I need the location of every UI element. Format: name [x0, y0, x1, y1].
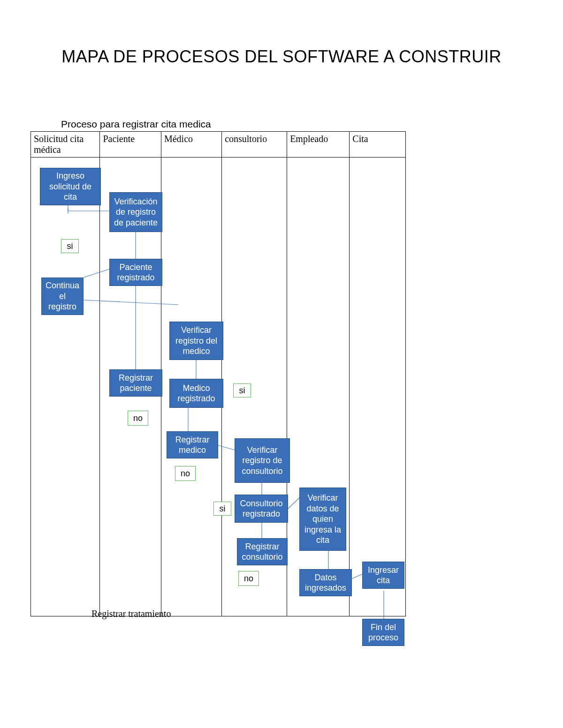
label-si-2: si — [233, 383, 251, 398]
lane-header-solicitud: Solicitud cita médica — [31, 132, 100, 158]
lane-header-cita: Cita — [350, 132, 406, 158]
lane-header-empleado: Empleado — [287, 132, 350, 158]
lane-header-medico: Médico — [161, 132, 221, 158]
label-no-3: no — [238, 571, 259, 586]
label-no-1: no — [128, 411, 148, 426]
lane-body-cita — [350, 158, 406, 616]
box-paciente-registrado: Paciente registrado — [109, 259, 162, 286]
box-continua-registro: Continua el registro — [41, 278, 84, 315]
box-ingresar-cita: Ingresar cita — [362, 562, 404, 589]
box-datos-ingresados: Datos ingresados — [299, 569, 352, 596]
label-no-2: no — [175, 466, 196, 481]
lane-body-solicitud — [31, 158, 100, 616]
box-verificacion-paciente: Verificación de registro de paciente — [109, 192, 162, 232]
box-verificar-consultorio: Verificar registro de consultorio — [235, 438, 290, 483]
swimlane-header-row: Solicitud cita médica Paciente Médico co… — [31, 132, 406, 158]
box-ingreso-solicitud: Ingreso solicitud de cita — [40, 168, 101, 205]
box-registrar-paciente: Registrar paciente — [109, 369, 162, 397]
page-title: MAPA DE PROCESOS DEL SOFTWARE A CONSTRUI… — [0, 47, 563, 67]
label-si-3: si — [213, 502, 231, 516]
box-verificar-medico: Verificar registro del medico — [169, 322, 223, 360]
box-consultorio-registrado: Consultorio registrado — [235, 495, 288, 523]
box-verificar-datos-empleado: Verificar datos de quien ingresa la cita — [299, 488, 346, 551]
label-si-1: si — [61, 239, 79, 253]
box-fin-proceso: Fin del proceso — [362, 619, 404, 646]
box-medico-registrado: Medico registrado — [169, 379, 223, 408]
process-subtitle: Proceso para registrar cita medica — [61, 119, 211, 130]
footer-text: Registrar tratamiento — [91, 608, 171, 619]
box-registrar-consultorio: Registrar consultorio — [237, 538, 288, 565]
page: MAPA DE PROCESOS DEL SOFTWARE A CONSTRUI… — [0, 0, 563, 728]
lane-header-consultorio: consultorio — [222, 132, 287, 158]
box-registrar-medico: Registrar medico — [167, 431, 218, 458]
lane-header-paciente: Paciente — [100, 132, 161, 158]
